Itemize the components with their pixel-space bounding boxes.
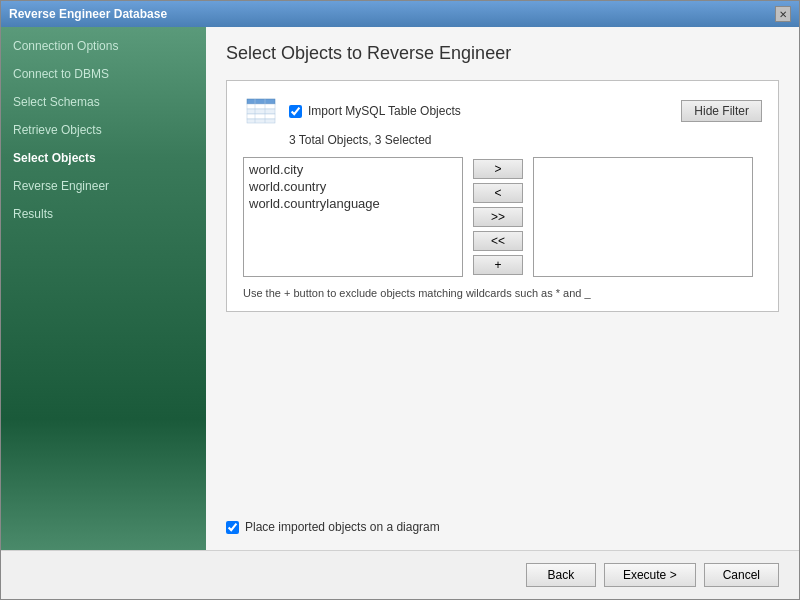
move-left-button[interactable]: < — [473, 183, 523, 203]
import-checkbox[interactable] — [289, 105, 302, 118]
sidebar-item-retrieve-objects[interactable]: Retrieve Objects — [1, 116, 206, 144]
sidebar-item-select-schemas[interactable]: Select Schemas — [1, 88, 206, 116]
svg-rect-1 — [247, 104, 275, 109]
diagram-label: Place imported objects on a diagram — [245, 520, 440, 534]
footer-buttons: Back Execute > Cancel — [1, 550, 799, 599]
window: Reverse Engineer Database ✕ Connection O… — [0, 0, 800, 600]
add-wildcard-button[interactable]: + — [473, 255, 523, 275]
panel-header-left: Import MySQL Table Objects — [243, 93, 461, 129]
import-checkbox-row: Import MySQL Table Objects — [289, 104, 461, 118]
sidebar-item-connection-options[interactable]: Connection Options — [1, 32, 206, 60]
transfer-area: world.cityworld.countryworld.countrylang… — [243, 157, 762, 277]
panel-header: Import MySQL Table Objects Hide Filter — [243, 93, 762, 129]
left-list[interactable]: world.cityworld.countryworld.countrylang… — [243, 157, 463, 277]
list-item[interactable]: world.country — [247, 178, 459, 195]
bottom-checkbox-area: Place imported objects on a diagram — [226, 520, 779, 534]
list-item[interactable]: world.city — [247, 161, 459, 178]
import-label: Import MySQL Table Objects — [308, 104, 461, 118]
page-title: Select Objects to Reverse Engineer — [226, 43, 779, 64]
transfer-buttons: > < >> << + — [463, 157, 533, 277]
move-right-button[interactable]: > — [473, 159, 523, 179]
right-list[interactable] — [533, 157, 753, 277]
svg-rect-3 — [247, 114, 275, 119]
content-area: Connection OptionsConnect to DBMSSelect … — [1, 27, 799, 550]
cancel-button[interactable]: Cancel — [704, 563, 779, 587]
hide-filter-button[interactable]: Hide Filter — [681, 100, 762, 122]
window-title: Reverse Engineer Database — [9, 7, 167, 21]
table-icon — [243, 93, 279, 129]
main-panel: Select Objects to Reverse Engineer — [206, 27, 799, 550]
sidebar-item-connect-to-dbms[interactable]: Connect to DBMS — [1, 60, 206, 88]
svg-rect-4 — [247, 119, 275, 123]
sidebar: Connection OptionsConnect to DBMSSelect … — [1, 27, 206, 550]
sidebar-item-results[interactable]: Results — [1, 200, 206, 228]
execute-button[interactable]: Execute > — [604, 563, 696, 587]
sidebar-item-select-objects[interactable]: Select Objects — [1, 144, 206, 172]
svg-rect-2 — [247, 109, 275, 114]
svg-rect-0 — [247, 99, 275, 104]
import-panel: Import MySQL Table Objects Hide Filter 3… — [226, 80, 779, 312]
titlebar: Reverse Engineer Database ✕ — [1, 1, 799, 27]
sidebar-item-reverse-engineer[interactable]: Reverse Engineer — [1, 172, 206, 200]
objects-count: 3 Total Objects, 3 Selected — [289, 133, 762, 147]
hint-text: Use the + button to exclude objects matc… — [243, 287, 762, 299]
move-all-left-button[interactable]: << — [473, 231, 523, 251]
close-button[interactable]: ✕ — [775, 6, 791, 22]
diagram-checkbox[interactable] — [226, 521, 239, 534]
list-item[interactable]: world.countrylanguage — [247, 195, 459, 212]
move-all-right-button[interactable]: >> — [473, 207, 523, 227]
back-button[interactable]: Back — [526, 563, 596, 587]
